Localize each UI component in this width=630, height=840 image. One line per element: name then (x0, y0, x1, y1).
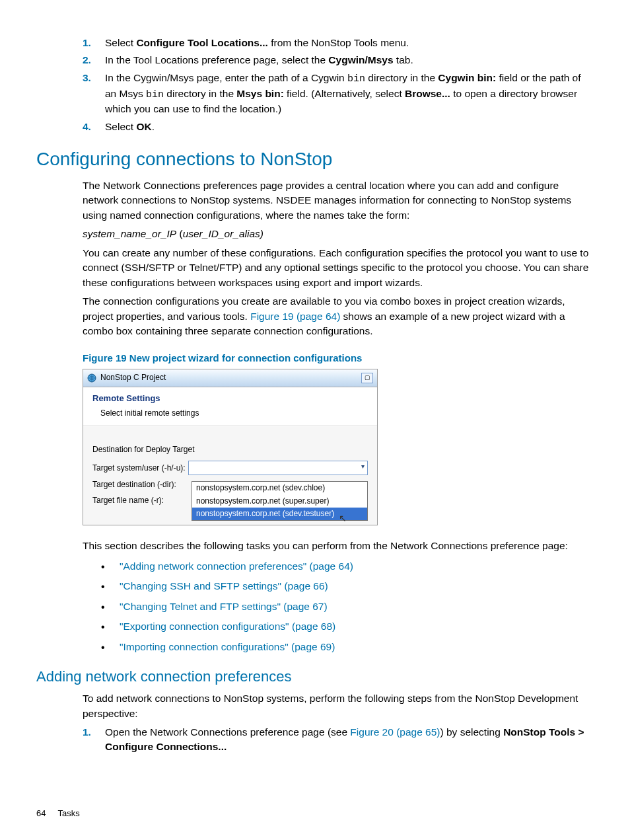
list-item: "Exporting connection configurations" (p… (101, 619, 594, 634)
label-target-file: Target file name (-r): (92, 495, 188, 506)
step-text: In the Tool Locations preference page, s… (105, 53, 413, 67)
step-text: Select OK. (105, 120, 155, 134)
task-link[interactable]: "Changing Telnet and FTP settings" (page… (120, 601, 328, 612)
figure-caption: Figure 19 New project wizard for connect… (83, 351, 594, 365)
format-line: system_name_or_IP (user_ID_or_alias) (83, 227, 594, 241)
list-item: "Importing connection configurations" (p… (101, 640, 594, 654)
figure-form: Destination for Deploy Target Target sys… (83, 426, 377, 525)
heading-configuring: Configuring connections to NonStop (36, 146, 594, 173)
task-link[interactable]: "Importing connection configurations" (p… (120, 641, 335, 652)
step-text: Open the Network Connections preference … (105, 725, 594, 755)
dropdown-option[interactable]: nonstopsystem.corp.net (sdev.chloe) (192, 482, 367, 494)
step-number: 1. (83, 36, 105, 50)
wizard-icon (87, 373, 96, 383)
para-combo: The connection configurations you create… (83, 294, 594, 338)
figure-title: NonStop C Project (100, 372, 166, 383)
footer-page-number: 64 (36, 808, 46, 820)
figure-titlebar: NonStop C Project ▢ (83, 369, 377, 387)
label-target-dest: Target destination (-dir): (92, 479, 188, 490)
list-item: "Changing SSH and SFTP settings" (page 6… (101, 579, 594, 593)
para-adding-intro: To add network connections to NonStop sy… (83, 691, 594, 721)
list-item: "Changing Telnet and FTP settings" (page… (101, 599, 594, 614)
step-number: 1. (83, 725, 105, 755)
label-target-system: Target system/user (-h/-u): (92, 463, 188, 474)
task-link[interactable]: "Exporting connection configurations" (p… (120, 621, 335, 632)
link-figure-19[interactable]: Figure 19 (page 64) (250, 311, 340, 322)
combo-target-system[interactable] (188, 461, 368, 475)
figure-header: Remote Settings Select initial remote se… (83, 387, 377, 426)
step-number: 3. (83, 71, 105, 117)
dropdown-option[interactable]: nonstopsystem.corp.net (super.super) (192, 495, 367, 508)
step-text: Select Configure Tool Locations... from … (105, 36, 409, 50)
heading-adding: Adding network connection preferences (36, 666, 594, 687)
step-text: In the Cygwin/Msys page, enter the path … (105, 71, 594, 117)
figure-header-title: Remote Settings (92, 393, 368, 405)
footer-section: Tasks (57, 808, 79, 820)
task-link[interactable]: "Adding network connection preferences" … (120, 560, 353, 572)
figure-19: NonStop C Project ▢ Remote Settings Sele… (83, 369, 378, 525)
step-number: 4. (83, 120, 105, 134)
task-links: "Adding network connection preferences" … (101, 559, 594, 654)
group-label: Destination for Deploy Target (92, 444, 368, 455)
para-configs: You can create any number of these confi… (83, 246, 594, 290)
steps-bottom: 1.Open the Network Connections preferenc… (83, 725, 594, 755)
list-item: "Adding network connection preferences" … (101, 559, 594, 574)
step-number: 2. (83, 53, 105, 67)
page-footer: 64 Tasks (36, 808, 594, 820)
steps-top: 1.Select Configure Tool Locations... fro… (83, 36, 594, 134)
task-link[interactable]: "Changing SSH and SFTP settings" (page 6… (120, 580, 328, 592)
window-button: ▢ (361, 373, 373, 383)
figure-header-sub: Select initial remote settings (100, 408, 368, 419)
para-tasks-intro: This section describes the following tas… (83, 539, 594, 553)
para-intro: The Network Connections preferences page… (83, 178, 594, 223)
inline-link[interactable]: Figure 20 (page 65) (350, 726, 440, 738)
